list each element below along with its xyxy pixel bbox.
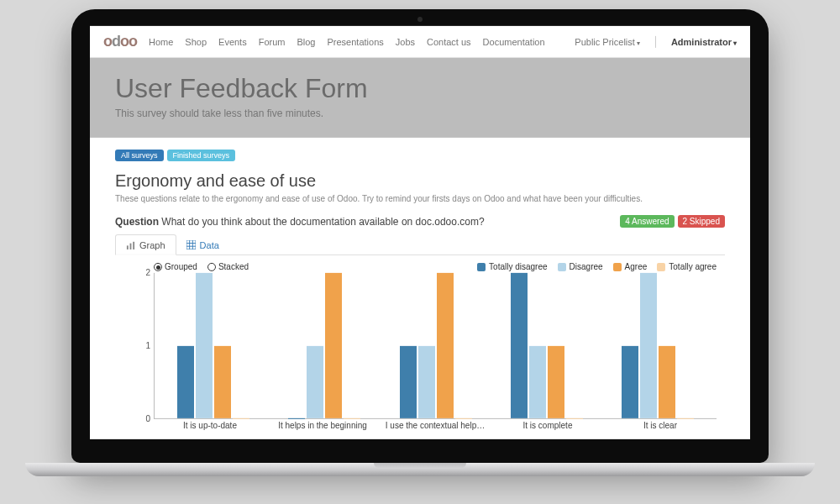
bar-group [491,273,602,418]
laptop-mockup: odoo Home Shop Events Forum Blog Present… [71,9,769,476]
nav-presentations[interactable]: Presentations [328,36,384,46]
nav-admin[interactable]: Administrator▾ [671,36,737,46]
tab-data[interactable]: Data [176,234,229,255]
main-content: All surveys Finished surveys Ergonomy an… [90,138,750,430]
radio-empty-icon [207,263,216,271]
bar [566,417,583,418]
toggle-grouped[interactable]: Grouped [154,262,197,271]
swatch-icon [558,263,566,271]
radio-filled-icon [154,263,162,271]
question-row: Question What do you think about the doc… [115,215,725,228]
bar [622,346,638,419]
bar [177,346,194,419]
x-tick-label: It helps in the beginning [266,421,379,430]
bar-group [602,273,713,418]
bar-group [158,273,269,418]
nav-pricelist-label: Public Pricelist [575,36,635,46]
filter-all-surveys[interactable]: All surveys [115,150,164,161]
view-tabs: Graph Data [115,234,725,255]
question-label: Question [115,215,159,227]
caret-down-icon: ▾ [637,39,640,46]
bar [529,346,546,419]
screen-bezel: odoo Home Shop Events Forum Blog Present… [71,9,769,463]
y-tick: 0 [145,415,150,424]
y-axis: 0 1 2 [140,273,154,419]
nav-pricelist[interactable]: Public Pricelist▾ [575,36,640,46]
filter-finished-surveys[interactable]: Finished surveys [167,150,236,161]
legend-agree: Agree [613,262,648,271]
y-tick: 1 [145,342,150,351]
swatch-icon [613,263,622,271]
bar [548,346,564,419]
bar-chart-icon [126,240,135,249]
svg-rect-2 [133,241,134,249]
caret-down-icon: ▾ [733,39,737,46]
nav-forum[interactable]: Forum [259,36,286,46]
bar [659,346,675,419]
app-viewport: odoo Home Shop Events Forum Blog Present… [90,26,750,439]
bar [344,417,360,418]
layout-toggle: Grouped Stacked [154,262,249,271]
laptop-base [25,463,815,476]
bar [511,273,528,418]
bar-group [269,273,380,418]
tab-graph-label: Graph [139,240,165,250]
page-hero: User Feedback Form This survey should ta… [90,58,750,138]
badge-answered: 4 Answered [620,215,674,228]
legend-label: Totally agree [669,262,717,271]
tab-data-label: Data [200,239,219,249]
nav-home[interactable]: Home [149,36,173,46]
y-tick: 2 [145,269,150,278]
question-body: What do you think about the documentatio… [161,215,484,227]
bar [325,273,342,418]
swatch-icon [477,263,486,271]
bar [288,417,305,418]
section-title: Ergonomy and ease of use [115,171,725,191]
table-icon [186,240,196,249]
nav-admin-label: Administrator [671,36,732,46]
nav-shop[interactable]: Shop [185,36,207,46]
nav-jobs[interactable]: Jobs [396,36,415,46]
bar [455,417,472,418]
x-tick-label: It is complete [491,421,604,430]
x-axis-labels: It is up-to-dateIt helps in the beginnin… [115,419,725,430]
bar [640,273,657,418]
chart-header: Grouped Stacked Totally disagree Disagre… [115,262,725,273]
bar [307,346,323,419]
x-tick-label: It is up-to-date [154,421,266,430]
response-badges: 4 Answered 2 Skipped [620,215,725,228]
nav-documentation[interactable]: Documentation [483,36,545,46]
brand-logo[interactable]: odoo [103,33,137,50]
bar [418,346,435,419]
svg-rect-0 [127,245,129,249]
toggle-stacked-label: Stacked [218,262,249,271]
chart-legend: Totally disagree Disagree Agree Totally … [477,262,717,271]
x-tick-label: I use the contextual help… [379,421,491,430]
x-tick-label: It is clear [604,421,717,430]
question-text: Question What do you think about the doc… [115,215,485,227]
bar [233,417,249,418]
nav-contact[interactable]: Contact us [427,36,471,46]
tab-graph[interactable]: Graph [115,234,176,255]
top-nav: odoo Home Shop Events Forum Blog Present… [90,26,750,58]
nav-events[interactable]: Events [218,36,247,46]
section-description: These questions relate to the ergonomy a… [115,194,725,203]
legend-label: Disagree [570,262,603,271]
page-subtitle: This survey should take less than five m… [115,108,725,119]
svg-rect-1 [130,243,132,249]
bar [437,273,454,418]
legend-disagree: Disagree [558,262,603,271]
bar [214,346,231,419]
toggle-grouped-label: Grouped [165,262,197,271]
badge-skipped: 2 Skipped [678,215,725,228]
legend-label: Totally disagree [489,262,547,271]
nav-separator [655,35,656,47]
bar [677,417,694,418]
plot [154,273,717,419]
bar [400,346,417,419]
svg-rect-3 [186,240,196,249]
swatch-icon [657,263,665,271]
legend-totally-agree: Totally agree [657,262,717,271]
toggle-stacked[interactable]: Stacked [207,262,249,271]
nav-blog[interactable]: Blog [297,36,315,46]
